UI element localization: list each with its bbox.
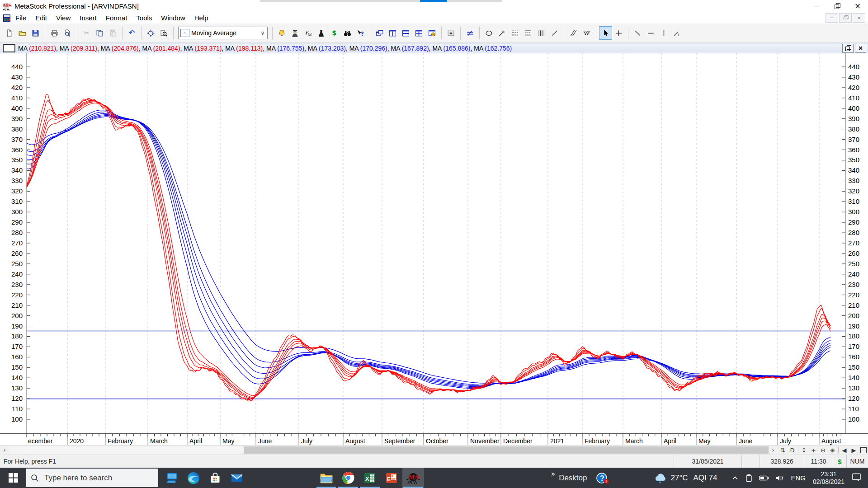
chart-close-button[interactable]: × [855, 44, 866, 53]
menu-insert[interactable]: Insert [75, 12, 101, 23]
indicator-lines-button[interactable] [463, 26, 476, 40]
copy-button[interactable] [93, 26, 106, 40]
taskbar-edge-button[interactable] [183, 468, 204, 488]
vertical-line-button[interactable] [657, 26, 670, 40]
print-preview-button[interactable] [61, 26, 74, 40]
zoom-out-button[interactable]: ⊖ [818, 446, 828, 455]
taskbar-powerpoint-button[interactable]: E [381, 468, 402, 488]
menu-format[interactable]: Format [101, 12, 132, 23]
menu-help[interactable]: Help [190, 12, 213, 23]
trendline-tool-button[interactable] [495, 26, 509, 40]
chart-area[interactable]: 4404304204104003903803703603503403303203… [0, 53, 868, 433]
y-tick-label: 430 [848, 73, 859, 81]
y-tick-label: 260 [0, 249, 23, 258]
system-tester-button[interactable] [315, 26, 328, 40]
rotation-lock-icon[interactable] [745, 474, 753, 482]
window-tile-horizontal-button[interactable] [399, 26, 412, 40]
pointer-tool-button[interactable] [599, 26, 612, 40]
taskbar-this-pc-button[interactable] [161, 468, 183, 488]
volume-icon[interactable] [775, 474, 784, 482]
taskbar-excel-button[interactable]: X [359, 468, 381, 488]
daily-periodicity-button[interactable]: D [788, 446, 797, 455]
desktop-label[interactable]: Desktop [559, 474, 587, 483]
expert-advisor-button[interactable] [288, 26, 302, 40]
child-restore-button[interactable] [839, 13, 852, 23]
mini-window-button[interactable] [859, 446, 868, 455]
paste-button[interactable] [106, 26, 119, 40]
taskbar-metastock-button[interactable]: MS [402, 468, 424, 488]
taskbar-chrome-button[interactable] [337, 468, 359, 488]
print-button[interactable] [48, 26, 61, 40]
scroll-left-arrow[interactable]: ‹ [0, 446, 9, 455]
undo-button[interactable]: ↶ [125, 26, 138, 40]
zoom-in-button[interactable]: ⊕ [828, 446, 837, 455]
scrollbar-thumb[interactable] [244, 446, 769, 454]
alerts-icon [278, 29, 286, 37]
spin-up-button[interactable] [444, 26, 458, 40]
taskbar-search[interactable] [26, 469, 158, 487]
indicator-combo[interactable]: ~Moving Average∨ [178, 27, 268, 39]
parallel-lines-button[interactable] [567, 26, 580, 40]
explorer-button[interactable] [341, 26, 354, 40]
chart-restore-button[interactable] [842, 44, 854, 53]
chevron-down-icon[interactable]: ∨ [258, 30, 267, 36]
open-file-button[interactable] [16, 26, 29, 40]
start-button[interactable] [0, 468, 26, 488]
window-cascade-button[interactable] [373, 26, 386, 40]
toolbar-separator [77, 27, 77, 39]
action-center-icon[interactable] [852, 473, 862, 483]
taskbar-file-explorer-button[interactable] [316, 468, 337, 488]
overflow-chevron[interactable]: » [551, 470, 555, 478]
menu-view[interactable]: View [52, 12, 75, 23]
menu-edit[interactable]: Edit [31, 12, 52, 23]
child-close-button[interactable]: × [853, 13, 865, 23]
alerts-button[interactable] [275, 26, 288, 40]
trendline-by-angle-button[interactable]: L [670, 26, 684, 40]
window-options-button[interactable] [425, 26, 439, 40]
context-help-button[interactable]: ? [354, 26, 367, 40]
new-document-button[interactable] [3, 26, 16, 40]
page-right-button[interactable]: ▶ [849, 446, 859, 455]
page-left-button[interactable]: ◀ [840, 446, 849, 455]
options-analysis-button[interactable]: $ [328, 26, 341, 40]
vertical-line-icon [660, 29, 668, 37]
fib-retracement-button[interactable] [509, 26, 522, 40]
line-tool-button[interactable] [548, 26, 561, 40]
target-button[interactable] [144, 26, 157, 40]
close-button[interactable]: × [847, 0, 868, 12]
scroll-right-arrow[interactable]: › [769, 446, 778, 455]
menu-window[interactable]: Window [156, 12, 189, 23]
fib-timezones-button[interactable] [535, 26, 548, 40]
cut-button[interactable]: ✂ [80, 26, 93, 40]
hidden-icons-chevron-icon[interactable] [731, 475, 739, 481]
child-minimize-button[interactable] [826, 13, 838, 23]
diagonal-line-button[interactable] [631, 26, 644, 40]
menu-tools[interactable]: Tools [132, 12, 156, 23]
move-button[interactable]: + [809, 446, 818, 455]
zoom-document-button[interactable] [157, 26, 170, 40]
taskbar-store-button[interactable] [204, 468, 226, 488]
crosshair-tool-button[interactable] [612, 26, 625, 40]
save-button[interactable] [29, 26, 42, 40]
cycle-button[interactable]: ⇅ [778, 446, 788, 455]
language-indicator[interactable]: ENG [791, 474, 806, 482]
ellipse-tool-button[interactable] [482, 26, 495, 40]
taskbar-clock[interactable]: 23:31 02/08/2021 [813, 470, 844, 486]
indicator-builder-button[interactable]: f(x) [302, 26, 315, 40]
restore-button[interactable] [826, 0, 847, 12]
window-tile-vertical-button[interactable] [386, 26, 399, 40]
svg-text:!: ! [605, 479, 607, 484]
menu-file[interactable]: File [11, 12, 31, 23]
fib-projection-button[interactable] [522, 26, 535, 40]
horizontal-line-button[interactable] [644, 26, 657, 40]
gann-grid-button[interactable] [580, 26, 593, 40]
help-tray-icon[interactable]: ?! [595, 471, 609, 485]
search-input[interactable] [43, 473, 149, 483]
fit-vertical-button[interactable]: ↕ [799, 446, 809, 455]
scrollbar-track[interactable] [9, 446, 768, 454]
battery-icon[interactable] [759, 474, 769, 482]
weather-widget[interactable]: 27°C AQI 74 [654, 473, 717, 483]
taskbar-mail-button[interactable] [226, 468, 248, 488]
window-tile-quad-button[interactable] [412, 26, 425, 40]
minimize-button[interactable] [806, 0, 826, 12]
